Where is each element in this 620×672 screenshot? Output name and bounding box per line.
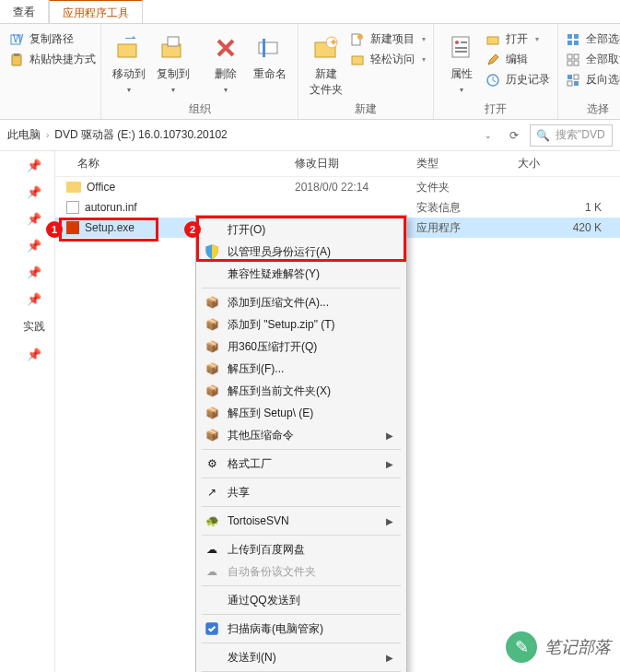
dropdown-button[interactable]: ⌄ [478, 125, 498, 146]
menu-baidu[interactable]: ☁上传到百度网盘 [196, 538, 406, 560]
newfolder-icon: ✦ [311, 33, 341, 63]
archive-icon: 📦 [204, 427, 220, 443]
menu-sendto[interactable]: 发送到(N)▶ [196, 646, 406, 668]
properties-button[interactable]: 属性▾ [441, 28, 482, 94]
invert-button[interactable]: 反向选择 [566, 72, 620, 88]
svg-rect-22 [567, 34, 572, 39]
menu-separator [202, 477, 401, 478]
svg-rect-28 [567, 61, 572, 65]
tab-app-tools[interactable]: 应用程序工具 [49, 0, 143, 23]
newitem-button[interactable]: 新建项目 [350, 31, 426, 47]
copyto-icon [158, 33, 188, 63]
group-organize-label: 组织 [109, 99, 290, 117]
easyaccess-icon [350, 53, 365, 67]
refresh-button[interactable]: ⟳ [504, 125, 524, 146]
paste-shortcut-button[interactable]: 粘贴快捷方式 [9, 52, 96, 67]
archive-icon: 📦 [204, 360, 220, 377]
svg-rect-14 [352, 56, 363, 65]
pin-icon[interactable]: 📌 [8, 292, 54, 306]
chevron-down-icon: ⌄ [485, 131, 492, 140]
menu-share[interactable]: ↗共享 [196, 481, 406, 503]
open-button[interactable]: 打开 [485, 31, 550, 47]
refresh-icon: ⟳ [509, 129, 519, 142]
menu-add-archive[interactable]: 📦添加到压缩文件(A)... [196, 291, 406, 313]
group-new: ✦新建 文件夹 新建项目 轻松访问 新建 [298, 24, 434, 119]
menu-extract-setup[interactable]: 📦解压到 Setup\ (E) [196, 402, 406, 424]
context-menu: 打开(O) 以管理员身份运行(A) 兼容性疑难解答(Y) 📦添加到压缩文件(A)… [195, 215, 407, 672]
menu-qq[interactable]: 通过QQ发送到 [196, 589, 406, 611]
pin-icon[interactable]: 📌 [8, 265, 54, 279]
pen-icon: ✎ [506, 631, 537, 663]
watermark: ✎ 笔记部落 [506, 631, 611, 663]
menu-separator [202, 614, 401, 615]
quick-label[interactable]: 实践 [23, 319, 54, 335]
crumb-drive[interactable]: DVD 驱动器 (E:) 16.0.10730.20102 [54, 127, 227, 143]
menu-separator [202, 449, 401, 450]
svg-rect-7 [259, 42, 277, 53]
easyaccess-button[interactable]: 轻松访问 [350, 52, 426, 67]
moveto-button[interactable]: 移动到▾ [109, 28, 149, 94]
pin-icon[interactable]: 📌 [8, 185, 54, 199]
selectnone-icon [566, 53, 580, 67]
newfolder-button[interactable]: ✦新建 文件夹 [306, 28, 346, 98]
menu-extract-current[interactable]: 📦解压到当前文件夹(X) [196, 380, 406, 402]
menu-runas-admin[interactable]: 以管理员身份运行(A) [196, 241, 406, 263]
menu-add-setupzip[interactable]: 📦添加到 "Setup.zip" (T) [196, 313, 406, 336]
col-type[interactable]: 类型 [416, 156, 518, 171]
selectnone-button[interactable]: 全部取消 [566, 52, 620, 67]
shield-check-icon [204, 620, 220, 637]
svg-rect-24 [567, 41, 572, 45]
archive-icon: 📦 [204, 405, 220, 421]
group-organize: 移动到▾ 复制到▾ 删除▾ 重命名 组织 [101, 24, 298, 119]
history-button[interactable]: 历史记录 [485, 72, 550, 88]
archive-icon: 📦 [204, 316, 220, 333]
tab-view[interactable]: 查看 [0, 0, 49, 23]
delete-button[interactable]: 删除▾ [205, 28, 246, 94]
folder-icon [66, 182, 81, 193]
svg-rect-33 [574, 81, 579, 86]
menu-other-compress[interactable]: 📦其他压缩命令▶ [196, 424, 406, 446]
group-open: 属性▾ 打开 编辑 历史记录 打开 [434, 24, 558, 119]
col-size[interactable]: 大小 [518, 156, 620, 171]
search-placeholder: 搜索"DVD [556, 127, 605, 143]
menu-format-factory[interactable]: ⚙格式工厂▶ [196, 453, 406, 475]
svg-point-13 [357, 34, 363, 40]
svg-rect-19 [455, 51, 467, 53]
crumb-pc[interactable]: 此电脑 [7, 127, 41, 143]
search-input[interactable]: 🔍搜索"DVD [530, 124, 613, 147]
svg-rect-6 [168, 37, 179, 46]
rename-button[interactable]: 重命名 [250, 28, 290, 82]
share-icon: ↗ [204, 484, 220, 501]
breadcrumb: 此电脑 › DVD 驱动器 (E:) 16.0.10730.20102 ⌄ ⟳ … [0, 120, 620, 151]
svg-rect-4 [118, 44, 136, 57]
menu-separator [202, 643, 401, 643]
chevron-right-icon: ▶ [386, 459, 393, 469]
menu-open[interactable]: 打开(O) [196, 218, 406, 241]
menu-open-360[interactable]: 📦用360压缩打开(Q) [196, 336, 406, 358]
exe-file-icon [66, 221, 79, 234]
menu-scan[interactable]: 扫描病毒(电脑管家) [196, 618, 406, 640]
pin-icon[interactable]: 📌 [8, 239, 54, 253]
group-select: 全部选择 全部取消 反向选择 选择 [558, 24, 620, 119]
pin-icon[interactable]: 📌 [8, 159, 54, 172]
cloud-icon: ☁ [204, 563, 220, 580]
ribbon: W复制路径 粘贴快捷方式 移动到▾ 复制到▾ 删除▾ 重命名 组织 ✦新建 文件… [0, 24, 620, 120]
pin-icon[interactable]: 📌 [8, 348, 54, 361]
chevron-right-icon: ▶ [386, 653, 393, 663]
archive-icon: 📦 [204, 383, 220, 399]
col-date[interactable]: 修改日期 [295, 156, 416, 171]
selectall-button[interactable]: 全部选择 [566, 31, 620, 47]
copy-path-button[interactable]: W复制路径 [9, 31, 96, 47]
svg-rect-25 [574, 41, 579, 45]
copyto-button[interactable]: 复制到▾ [153, 28, 193, 94]
menu-compat[interactable]: 兼容性疑难解答(Y) [196, 263, 406, 285]
svg-rect-8 [263, 39, 265, 57]
invert-icon [566, 73, 580, 88]
moveto-icon [114, 33, 144, 63]
table-row[interactable]: Office 2018/0/0 22:14 文件夹 [55, 177, 620, 197]
col-name[interactable]: 名称 [55, 156, 295, 171]
menu-extract-to[interactable]: 📦解压到(F)... [196, 358, 406, 380]
edit-button[interactable]: 编辑 [485, 52, 550, 67]
menu-tortoise[interactable]: 🐢TortoiseSVN▶ [196, 510, 406, 532]
svg-rect-3 [14, 53, 19, 56]
